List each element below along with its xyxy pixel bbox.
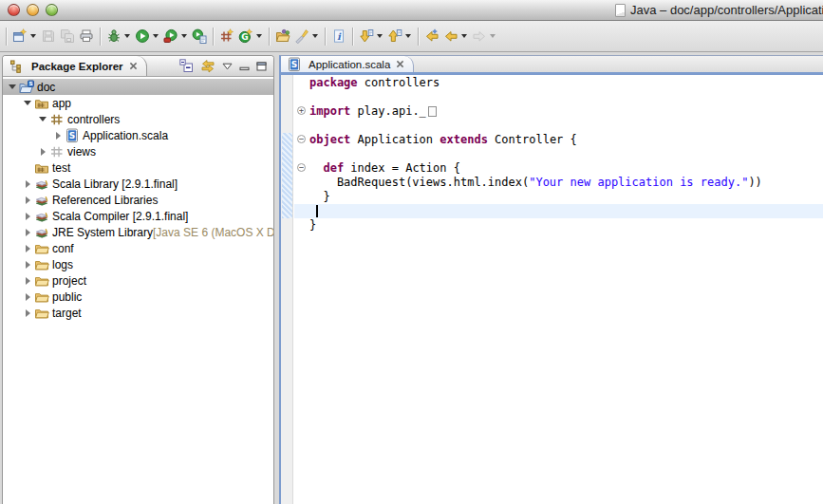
toolbar-button-external-tools[interactable] [190, 27, 209, 46]
forward-icon [472, 28, 487, 44]
expand-arrow-icon[interactable] [37, 148, 48, 156]
fold-collapse-icon[interactable]: − [297, 163, 306, 172]
tree-item-app[interactable]: app [3, 95, 273, 111]
workbench: Package Explorer SdocappcontrollersSAppl… [0, 53, 823, 504]
toolbar-button-info[interactable]: i [329, 27, 348, 46]
library-icon [33, 225, 49, 240]
code-area[interactable]: package controllersimport play.api._obje… [309, 76, 823, 233]
close-window-button[interactable] [8, 4, 20, 16]
annotation-ruler[interactable] [281, 75, 293, 504]
link-editor-icon[interactable] [200, 59, 215, 73]
code-keyword: object [309, 133, 350, 146]
editor-tabbar: S Application.scala [281, 56, 823, 75]
expand-arrow-icon[interactable] [22, 309, 33, 317]
expand-arrow-icon[interactable] [22, 229, 33, 236]
code-line[interactable] [309, 204, 823, 218]
toolbar-button-next-annotation[interactable] [357, 27, 385, 46]
maximize-icon[interactable] [256, 62, 267, 71]
collapse-arrow-icon[interactable] [22, 101, 33, 105]
tree-item-referenced-libraries[interactable]: Referenced Libraries [3, 192, 273, 208]
code-line[interactable] [309, 119, 823, 133]
code-line[interactable] [309, 90, 823, 104]
view-menu-icon[interactable] [222, 63, 233, 70]
tree-item-views[interactable]: views [3, 143, 273, 159]
expand-arrow-icon[interactable] [22, 245, 33, 252]
document-proxy-icon[interactable] [615, 4, 626, 17]
dropdown-arrow-icon[interactable] [30, 34, 36, 38]
tree-item-doc[interactable]: Sdoc [3, 79, 273, 95]
editor-body[interactable]: +−− package controllersimport play.api._… [281, 75, 823, 504]
tree-item-target[interactable]: target [3, 305, 273, 321]
folding-column[interactable]: +−− [294, 75, 309, 504]
expand-arrow-icon[interactable] [52, 132, 64, 140]
fold-expand-icon[interactable]: + [297, 106, 306, 115]
tree-item-conf[interactable]: conf [3, 240, 273, 256]
toolbar-button-open-resource[interactable] [273, 27, 292, 46]
tree-item-public[interactable]: public [3, 289, 273, 305]
toolbar-button-back[interactable] [441, 27, 470, 46]
tree-item-test[interactable]: test [3, 159, 273, 176]
collapse-arrow-icon[interactable] [37, 117, 48, 121]
tree-item-label: views [67, 145, 96, 159]
zoom-window-button[interactable] [46, 4, 58, 16]
dropdown-arrow-icon[interactable] [256, 34, 262, 38]
titlebar[interactable]: Java – doc/app/controllers/Application.s… [0, 0, 823, 21]
expand-arrow-icon[interactable] [22, 277, 33, 285]
toolbar-button-run[interactable] [133, 27, 161, 46]
tab-package-explorer[interactable]: Package Explorer [3, 56, 147, 76]
traffic-lights [8, 4, 58, 16]
tree-item-label: Referenced Libraries [52, 194, 158, 207]
tab-application-scala[interactable]: S Application.scala [281, 56, 414, 72]
toolbar-button-debug[interactable] [104, 27, 133, 46]
close-view-icon[interactable] [129, 62, 138, 70]
dropdown-arrow-icon[interactable] [153, 34, 159, 38]
fold-collapse-icon[interactable]: − [297, 135, 306, 143]
tree-item-scala-library-2-9-1-final[interactable]: Scala Library [2.9.1.final] [3, 176, 273, 192]
dropdown-arrow-icon[interactable] [377, 34, 383, 38]
collapse-arrow-icon[interactable] [7, 84, 18, 89]
expand-arrow-icon[interactable] [22, 196, 33, 204]
dropdown-arrow-icon[interactable] [490, 34, 496, 38]
scala-project-icon: S [18, 80, 34, 95]
code-line[interactable]: } [309, 190, 823, 204]
expand-arrow-icon[interactable] [22, 293, 33, 301]
code-line[interactable] [309, 147, 823, 161]
tree-item-project[interactable]: project [3, 272, 273, 289]
toolbar-button-search[interactable] [292, 27, 321, 46]
expand-arrow-icon[interactable] [22, 213, 33, 220]
toolbar-button-new-class-wizard[interactable]: G [236, 27, 265, 46]
collapse-all-icon[interactable] [179, 59, 194, 73]
code-line[interactable]: } [309, 218, 823, 233]
minimize-icon[interactable] [239, 62, 250, 71]
code-line[interactable]: object Application extends Controller { [309, 133, 823, 147]
expand-arrow-icon[interactable] [22, 261, 33, 269]
toolbar-button-new-wizard[interactable] [10, 27, 39, 46]
tree-item-controllers[interactable]: controllers [3, 111, 273, 127]
toolbar-button-new-java-project[interactable] [217, 27, 236, 46]
toolbar-button-previous-annotation[interactable] [385, 27, 414, 46]
toolbar-button-save [39, 27, 58, 46]
tree-item-jre-system-library[interactable]: JRE System Library [Java SE 6 (MacOS X D… [3, 224, 273, 240]
tree-item-label: conf [52, 242, 74, 255]
toolbar-button-last-edit-location[interactable] [422, 27, 441, 46]
toolbar-button-run-as[interactable] [161, 27, 190, 46]
dropdown-arrow-icon[interactable] [405, 34, 411, 38]
dropdown-arrow-icon[interactable] [461, 34, 467, 38]
tree-item-scala-compiler-2-9-1-final[interactable]: Scala Compiler [2.9.1.final] [3, 208, 273, 224]
toolbar-button-print[interactable] [77, 27, 96, 46]
minimize-window-button[interactable] [27, 4, 39, 16]
close-editor-icon[interactable] [396, 60, 404, 68]
dropdown-arrow-icon[interactable] [312, 34, 318, 38]
code-line[interactable]: def index = Action { [309, 161, 823, 176]
code-line[interactable]: import play.api._ [309, 104, 823, 119]
code-line[interactable]: BadRequest(views.html.index("Your new ap… [309, 176, 823, 190]
dropdown-arrow-icon[interactable] [181, 34, 187, 38]
code-line[interactable]: package controllers [309, 76, 823, 90]
eclipse-window: Java – doc/app/controllers/Application.s… [0, 0, 823, 504]
folded-region-icon[interactable] [428, 106, 437, 117]
dropdown-arrow-icon[interactable] [124, 34, 130, 38]
tree-item-logs[interactable]: logs [3, 256, 273, 272]
expand-arrow-icon[interactable] [22, 180, 33, 188]
code-text: index = Action { [344, 161, 460, 175]
tree-item-application-scala[interactable]: SApplication.scala [3, 127, 273, 143]
